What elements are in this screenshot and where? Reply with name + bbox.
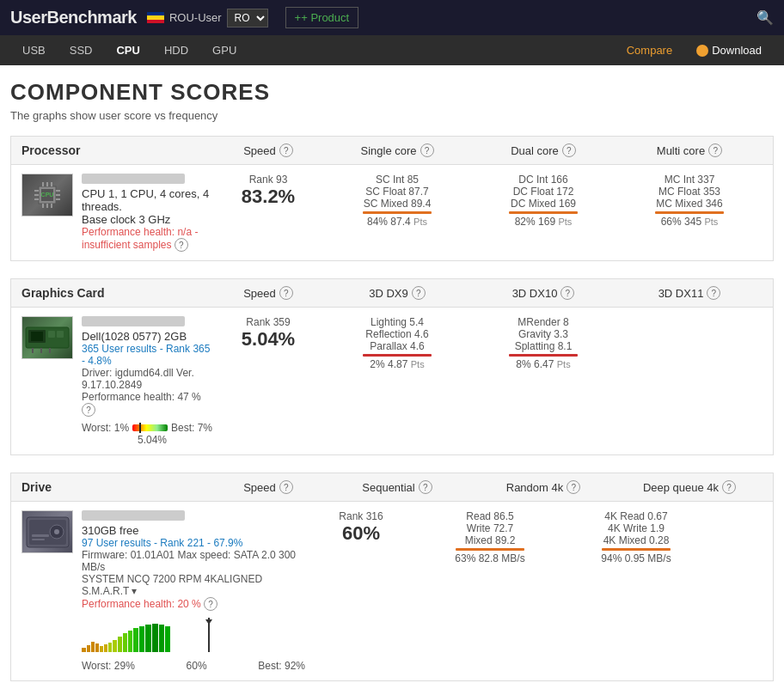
svg-rect-19	[57, 331, 64, 338]
gpu-speed-help-icon[interactable]: ?	[279, 286, 293, 300]
random4k-col: 4K Read 0.67 4K Write 1.9 4K Mixed 0.28 …	[563, 510, 709, 564]
deepqueue-help-icon[interactable]: ?	[722, 480, 736, 494]
product-button[interactable]: ++ Product	[285, 7, 359, 28]
nav-ssd[interactable]: SSD	[58, 35, 105, 65]
rand-pct: 94% 0.95 MB/s	[563, 552, 709, 564]
graphics-section-header: Graphics Card Speed ? 3D DX9 ? 3D DX10 ?…	[11, 279, 773, 308]
drive-histogram-icon	[82, 618, 305, 652]
mrender: MRender 8	[470, 316, 616, 328]
dual-col-header: Dual core ?	[470, 143, 616, 157]
mc-float: MC Float 353	[616, 186, 763, 198]
search-icon[interactable]: 🔍	[756, 9, 774, 26]
svg-rect-17	[31, 332, 43, 341]
dx9-col-header: 3D DX9 ?	[324, 286, 470, 300]
processor-col-label: Processor	[21, 143, 212, 157]
svg-rect-36	[113, 640, 117, 652]
gpu-health-help-icon[interactable]: ?	[82, 403, 95, 417]
dc-bar	[509, 211, 578, 214]
svg-rect-32	[95, 643, 99, 652]
processor-single-col: SC Int 85 SC Float 87.7 SC Mixed 89.4 84…	[324, 174, 470, 228]
drive-details: 310GB free 97 User results - Rank 221 - …	[82, 510, 305, 672]
flag-user-info: ROU-User RO	[147, 9, 268, 27]
svg-rect-27	[32, 534, 49, 537]
page-title: COMPONENT SCORES	[10, 79, 774, 106]
graphics-row: Dell(1028 0577) 2GB 365 User results - R…	[11, 308, 773, 454]
nav-hdd[interactable]: HDD	[152, 35, 200, 65]
multi-help-icon[interactable]: ?	[708, 143, 722, 157]
seq-pct: 63% 82.8 MB/s	[417, 552, 563, 564]
processor-desc1: CPU 1, 1 CPU, 4 cores, 4 threads.	[82, 187, 212, 213]
nav-cpu[interactable]: CPU	[104, 35, 151, 65]
svg-rect-18	[48, 331, 55, 338]
seq-write: Write 72.7	[417, 522, 563, 534]
graphics-col-label: Graphics Card	[21, 286, 212, 300]
navbar: USB SSD CPU HDD GPU Compare Download	[0, 35, 784, 65]
svg-rect-42	[145, 625, 151, 652]
drive-health-help-icon[interactable]: ?	[204, 597, 217, 611]
svg-rect-40	[133, 628, 138, 652]
dx11-col-header: 3D DX11 ?	[616, 286, 763, 300]
dx10-pct: 8% 6.47 Pts	[470, 358, 616, 370]
gpu-name: Dell(1028 0577) 2GB	[82, 330, 212, 343]
compare-link[interactable]: Compare	[615, 35, 684, 65]
svg-marker-47	[205, 619, 212, 625]
sc-mixed: SC Mixed 89.4	[324, 198, 470, 210]
drive-speed-help-icon[interactable]: ?	[279, 480, 293, 494]
svg-rect-35	[108, 643, 112, 652]
svg-rect-28	[32, 539, 45, 540]
gpu-gauge: Worst: 1% Best: 7% 5.04%	[82, 422, 212, 446]
sc-int: SC Int 85	[324, 174, 470, 186]
download-button[interactable]: Download	[684, 37, 774, 64]
processor-details: CPU 1, 1 CPU, 4 cores, 4 threads. Base c…	[82, 174, 212, 252]
gpu-rank: Rank 359	[212, 316, 324, 328]
sequential-help-icon[interactable]: ?	[419, 480, 432, 494]
gpu-gauge-score: 5.04%	[82, 434, 212, 446]
reflection: Reflection 4.6	[324, 328, 470, 340]
svg-rect-30	[87, 645, 90, 652]
svg-rect-39	[128, 631, 132, 652]
nav-gpu[interactable]: GPU	[200, 35, 248, 65]
mc-bar	[655, 211, 724, 214]
mc-pct: 66% 345 Pts	[616, 216, 763, 228]
speed-help-icon[interactable]: ?	[279, 143, 293, 157]
dx9-pct: 2% 4.87 Pts	[324, 358, 470, 370]
gpu-link[interactable]: 365 User results - Rank 365 - 4.8%	[82, 343, 212, 367]
seq-mixed: Mixed 89.2	[417, 534, 563, 546]
processor-health: Performance health: n/a - insufficient s…	[82, 226, 212, 252]
svg-rect-37	[118, 637, 122, 652]
gpu-speed: Rank 359 5.04%	[212, 316, 324, 351]
speed-col-header: Speed ?	[212, 143, 324, 157]
gpu-image	[21, 316, 73, 359]
gpu-card-icon	[24, 320, 71, 355]
drive-gauge: Worst: 29% 60% Best: 92%	[82, 618, 305, 672]
dual-help-icon[interactable]: ?	[562, 143, 576, 157]
nav-usb[interactable]: USB	[10, 35, 58, 65]
parallax: Parallax 4.6	[324, 340, 470, 352]
sequential-col-header: Sequential ?	[324, 480, 470, 494]
random-help-icon[interactable]: ?	[567, 480, 580, 494]
rand-bar	[602, 548, 671, 551]
splatting: Splatting 8.1	[470, 340, 616, 352]
single-help-icon[interactable]: ?	[420, 143, 434, 157]
processor-rank: Rank 93	[212, 174, 324, 186]
gpu-gauge-bar	[132, 424, 168, 431]
lighting: Lighting 5.4	[324, 316, 470, 328]
rand-mixed: 4K Mixed 0.28	[563, 534, 709, 546]
graphics-section: Graphics Card Speed ? 3D DX9 ? 3D DX10 ?…	[10, 278, 774, 455]
drive-col-label: Drive	[21, 480, 212, 494]
dx9-help-icon[interactable]: ?	[412, 286, 426, 300]
svg-rect-43	[152, 624, 158, 652]
country-select[interactable]: RO	[227, 9, 268, 27]
dx9-col: Lighting 5.4 Reflection 4.6 Parallax 4.6…	[324, 316, 470, 370]
drive-info: 310GB free 97 User results - Rank 221 - …	[21, 510, 305, 672]
dx10-help-icon[interactable]: ?	[560, 286, 574, 300]
processor-health-help-icon[interactable]: ?	[175, 238, 188, 252]
drive-name-blurred	[82, 510, 185, 521]
gpu-health: Performance health: 47 % ?	[82, 391, 212, 417]
processor-dual-col: DC Int 166 DC Float 172 DC Mixed 169 82%…	[470, 174, 616, 228]
drive-link[interactable]: 97 User results - Rank 221 - 67.9%	[82, 537, 305, 549]
sc-float: SC Float 87.7	[324, 186, 470, 198]
gpu-driver: Driver: igdumd64.dll Ver. 9.17.10.2849	[82, 367, 212, 391]
svg-rect-45	[165, 626, 170, 652]
dx11-help-icon[interactable]: ?	[707, 286, 720, 300]
